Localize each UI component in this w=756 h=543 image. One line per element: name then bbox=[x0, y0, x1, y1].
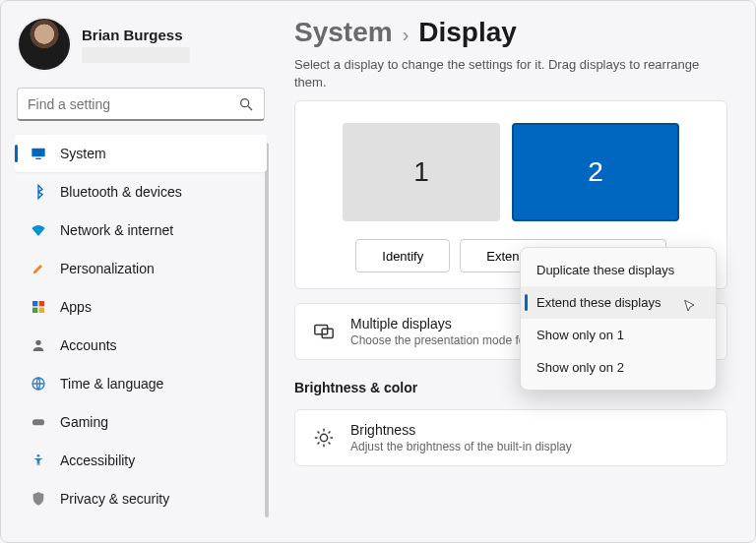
svg-point-14 bbox=[320, 434, 327, 441]
breadcrumb-parent[interactable]: System bbox=[294, 17, 393, 48]
sidebar-item-label: Bluetooth & devices bbox=[60, 184, 182, 200]
avatar bbox=[19, 19, 70, 70]
svg-line-21 bbox=[329, 432, 331, 434]
svg-line-1 bbox=[248, 106, 252, 110]
sidebar: Brian Burgess System Bluetooth & devices… bbox=[1, 1, 277, 542]
svg-line-20 bbox=[329, 443, 331, 445]
dropdown-duplicate[interactable]: Duplicate these displays bbox=[521, 254, 716, 286]
sidebar-item-label: System bbox=[60, 146, 106, 161]
display-hint: Select a display to change the settings … bbox=[294, 56, 727, 90]
svg-rect-2 bbox=[32, 149, 44, 157]
sidebar-item-label: Privacy & security bbox=[60, 491, 169, 507]
sidebar-item-apps[interactable]: Apps bbox=[15, 288, 267, 326]
sidebar-item-label: Network & internet bbox=[60, 222, 173, 238]
svg-rect-7 bbox=[39, 308, 44, 313]
sidebar-item-gaming[interactable]: Gaming bbox=[15, 403, 267, 441]
breadcrumb: System › Display bbox=[294, 17, 727, 48]
multiple-displays-icon bbox=[313, 321, 335, 342]
sidebar-item-label: Apps bbox=[60, 299, 92, 315]
account-header[interactable]: Brian Burgess bbox=[15, 19, 267, 70]
sidebar-item-privacy[interactable]: Privacy & security bbox=[15, 480, 267, 517]
sidebar-item-label: Personalization bbox=[60, 261, 155, 276]
shield-icon bbox=[31, 491, 46, 507]
dropdown-only-2[interactable]: Show only on 2 bbox=[521, 351, 716, 384]
paint-icon bbox=[31, 261, 46, 276]
search-icon bbox=[238, 96, 254, 112]
brightness-card[interactable]: Brightness Adjust the brightness of the … bbox=[294, 409, 727, 466]
search-input[interactable] bbox=[28, 96, 238, 112]
user-subtext-placeholder bbox=[82, 47, 190, 63]
display-arrange-area[interactable]: 1 2 bbox=[315, 123, 707, 221]
chevron-right-icon: › bbox=[403, 24, 410, 46]
svg-rect-5 bbox=[39, 301, 44, 306]
sidebar-item-accessibility[interactable]: Accessibility bbox=[15, 442, 267, 479]
sidebar-item-label: Accounts bbox=[60, 337, 117, 353]
svg-point-11 bbox=[37, 454, 40, 457]
sidebar-item-system[interactable]: System bbox=[15, 135, 267, 172]
display-mode-dropdown: Duplicate these displays Extend these di… bbox=[520, 247, 717, 391]
user-name: Brian Burgess bbox=[82, 27, 190, 43]
bluetooth-icon bbox=[31, 184, 46, 200]
display-1[interactable]: 1 bbox=[343, 123, 500, 221]
apps-icon bbox=[31, 299, 46, 315]
display-arrange-card: 1 2 Identify Extend these displays Dupli… bbox=[294, 100, 727, 289]
svg-rect-6 bbox=[32, 308, 37, 313]
main-pane: System › Display Select a display to cha… bbox=[277, 1, 755, 542]
sidebar-item-personalization[interactable]: Personalization bbox=[15, 250, 267, 287]
svg-rect-12 bbox=[315, 326, 328, 334]
accessibility-icon bbox=[31, 452, 46, 468]
svg-point-8 bbox=[35, 340, 40, 345]
sidebar-item-label: Time & language bbox=[60, 376, 163, 392]
sidebar-item-label: Gaming bbox=[60, 414, 108, 430]
svg-rect-4 bbox=[32, 301, 37, 306]
identify-button[interactable]: Identify bbox=[355, 239, 450, 272]
display-2[interactable]: 2 bbox=[512, 123, 679, 221]
brightness-icon bbox=[313, 427, 335, 449]
wifi-icon bbox=[31, 222, 46, 238]
sidebar-item-network[interactable]: Network & internet bbox=[15, 211, 267, 249]
svg-line-22 bbox=[318, 443, 320, 445]
person-icon bbox=[31, 337, 46, 353]
sidebar-item-time[interactable]: Time & language bbox=[15, 365, 267, 402]
page-title: Display bbox=[418, 17, 517, 48]
svg-point-0 bbox=[241, 98, 249, 106]
sidebar-item-bluetooth[interactable]: Bluetooth & devices bbox=[15, 173, 267, 211]
dropdown-extend[interactable]: Extend these displays bbox=[521, 286, 716, 319]
card-title: Multiple displays bbox=[350, 316, 529, 332]
dropdown-only-1[interactable]: Show only on 1 bbox=[521, 319, 716, 351]
sidebar-item-label: Accessibility bbox=[60, 452, 135, 468]
gamepad-icon bbox=[31, 414, 46, 430]
search-box[interactable] bbox=[17, 88, 265, 121]
nav-list: System Bluetooth & devices Network & int… bbox=[15, 135, 267, 517]
sidebar-item-accounts[interactable]: Accounts bbox=[15, 327, 267, 364]
card-subtitle: Choose the presentation mode for bbox=[350, 333, 529, 347]
display-icon bbox=[31, 146, 46, 161]
svg-rect-3 bbox=[35, 158, 40, 159]
card-subtitle: Adjust the brightness of the built-in di… bbox=[350, 440, 572, 453]
svg-rect-10 bbox=[32, 419, 44, 425]
svg-line-19 bbox=[318, 432, 320, 434]
globe-icon bbox=[31, 376, 46, 392]
card-title: Brightness bbox=[350, 422, 572, 438]
